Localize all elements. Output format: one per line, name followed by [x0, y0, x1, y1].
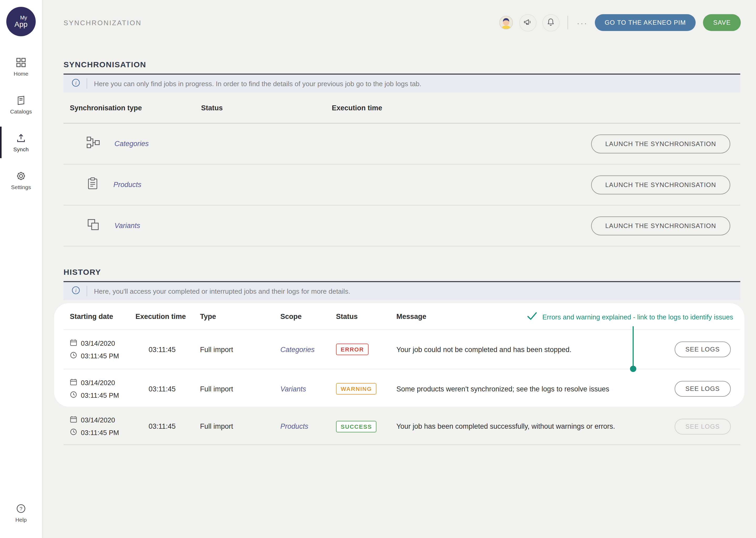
column-header-type: Type [200, 312, 280, 320]
history-section-title: HISTORY [64, 267, 740, 282]
sidebar-item-label: Catalogs [10, 108, 32, 114]
more-options-button[interactable]: ··· [576, 18, 589, 27]
message-cell: Some products weren't synchronized; see … [397, 385, 672, 393]
products-clipboard-icon [86, 177, 99, 193]
starting-date-value: 03/14/2020 [81, 339, 115, 347]
status-badge-error: ERROR [336, 344, 368, 355]
synch-upload-icon [16, 133, 26, 143]
message-cell: Your job has been completed successfully… [397, 422, 672, 430]
launch-sync-button[interactable]: LAUNCH THE SYNCHRONISATION [591, 175, 730, 194]
bell-icon [546, 17, 556, 28]
execution-time-cell: 03:11:45 [135, 385, 200, 393]
main-area: SYNCHRONIZATION ··· GO TO THE AKE [42, 0, 756, 538]
catalogs-book-icon [16, 95, 26, 105]
clock-icon [70, 351, 77, 360]
status-cell: WARNING [336, 383, 397, 395]
history-table: Errors and warning explained - link to t… [64, 303, 740, 445]
see-logs-button[interactable]: SEE LOGS [674, 342, 731, 357]
user-avatar[interactable] [499, 15, 513, 30]
calendar-icon [70, 378, 77, 387]
scope-link[interactable]: Variants [280, 385, 336, 393]
column-header-execution-time: Execution time [135, 312, 200, 320]
column-header-execution-time: Execution time [332, 104, 598, 112]
starting-date-cell: 03/14/2020 03:11:45 PM [70, 378, 135, 400]
top-bar-controls: ··· GO TO THE AKENEO PIM SAVE [499, 14, 741, 31]
app-logo[interactable]: My App [6, 7, 36, 36]
annotation-pointer-dot [630, 366, 636, 372]
execution-time-cell: 03:11:45 [135, 422, 200, 430]
info-divider [87, 78, 87, 89]
sync-type-link[interactable]: Categories [115, 140, 149, 148]
launch-sync-button[interactable]: LAUNCH THE SYNCHRONISATION [591, 134, 730, 153]
sidebar-item-label: Settings [11, 184, 31, 190]
launch-sync-button[interactable]: LAUNCH THE SYNCHRONISATION [591, 216, 730, 235]
scope-link[interactable]: Products [280, 422, 336, 430]
status-badge-success: SUCCESS [336, 421, 377, 432]
svg-text:i: i [75, 288, 76, 293]
sidebar-item-settings[interactable]: Settings [0, 163, 42, 197]
sync-type-link[interactable]: Products [114, 181, 141, 188]
calendar-icon [70, 339, 77, 348]
sidebar-item-catalogs[interactable]: Catalogs [0, 88, 42, 121]
history-info-banner: i Here, you'll access your completed or … [64, 282, 740, 300]
announcements-button[interactable] [519, 14, 537, 31]
info-divider [87, 286, 87, 296]
starting-date-value: 03/14/2020 [81, 379, 115, 386]
scope-link[interactable]: Categories [280, 346, 336, 353]
home-grid-icon [16, 57, 26, 68]
starting-date-value: 03/14/2020 [81, 416, 115, 424]
variants-squares-icon [86, 218, 100, 234]
sync-section-title: SYNCHRONISATION [64, 60, 740, 75]
app-viewport: My App Home Catalogs Synch [0, 0, 756, 538]
history-row-success: 03/14/2020 03:11:45 PM 03:11:45 Full imp… [64, 408, 740, 445]
column-header-starting-date: Starting date [70, 312, 135, 320]
annotation-pointer-line [633, 326, 634, 366]
type-cell: Full import [200, 422, 280, 430]
starting-time-value: 03:11:45 PM [81, 391, 119, 399]
sync-row-variants: Variants LAUNCH THE SYNCHRONISATION [64, 205, 740, 246]
status-cell: SUCCESS [336, 421, 397, 432]
sync-row-categories: Categories LAUNCH THE SYNCHRONISATION [64, 124, 740, 164]
notifications-button[interactable] [542, 14, 560, 31]
header-divider [568, 16, 568, 29]
column-header-scope: Scope [280, 312, 336, 320]
status-cell: ERROR [336, 344, 397, 355]
column-header-status: Status [201, 104, 332, 112]
sidebar-item-synch[interactable]: Synch [0, 126, 42, 159]
sidebar-item-label: Help [15, 516, 26, 522]
message-cell: Your job could not be completed and has … [397, 346, 672, 353]
categories-tree-icon [86, 135, 100, 152]
status-badge-warning: WARNING [336, 383, 377, 395]
history-row-warning: 03/14/2020 03:11:45 PM 03:11:45 Full imp… [64, 369, 740, 408]
gear-icon [16, 171, 26, 181]
sidebar-item-home[interactable]: Home [0, 50, 42, 83]
page-content: SYNCHRONISATION i Here you can only find… [42, 45, 756, 445]
go-to-pim-button[interactable]: GO TO THE AKENEO PIM [595, 14, 696, 31]
check-icon [527, 310, 538, 324]
sidebar-item-label: Synch [13, 146, 28, 152]
history-info-text: Here, you'll access your completed or in… [94, 287, 350, 295]
calendar-icon [70, 415, 77, 424]
annotation: Errors and warning explained - link to t… [527, 310, 733, 324]
starting-date-cell: 03/14/2020 03:11:45 PM [70, 339, 135, 360]
sync-info-text: Here you can only find jobs in progress.… [94, 80, 421, 87]
info-icon: i [71, 286, 80, 296]
help-question-icon: ? [16, 503, 26, 513]
megaphone-icon [523, 17, 533, 28]
see-logs-button[interactable]: SEE LOGS [674, 381, 731, 397]
app-logo-text-bottom: App [15, 21, 27, 28]
sidebar-item-help[interactable]: ? Help [0, 499, 42, 526]
type-cell: Full import [200, 385, 280, 393]
page-title: SYNCHRONIZATION [64, 19, 141, 27]
starting-date-cell: 03/14/2020 03:11:45 PM [70, 415, 135, 437]
sync-type-link[interactable]: Variants [115, 222, 140, 230]
execution-time-cell: 03:11:45 [135, 346, 200, 353]
sync-row-products: Products LAUNCH THE SYNCHRONISATION [64, 164, 740, 205]
sidebar: My App Home Catalogs Synch [0, 0, 42, 538]
sidebar-item-label: Home [14, 70, 28, 77]
svg-text:i: i [75, 80, 76, 85]
starting-time-value: 03:11:45 PM [81, 429, 119, 437]
type-cell: Full import [200, 346, 280, 353]
save-button[interactable]: SAVE [703, 14, 741, 31]
see-logs-button-disabled: SEE LOGS [674, 418, 731, 434]
